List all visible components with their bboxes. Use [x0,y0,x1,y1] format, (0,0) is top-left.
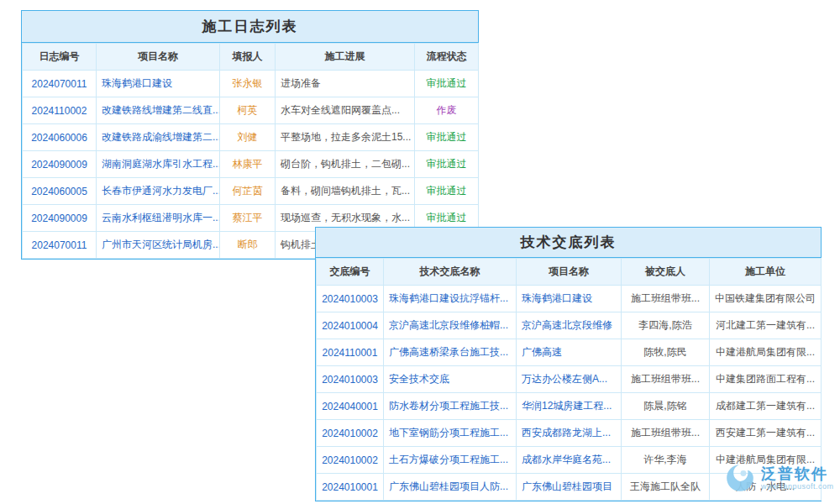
disclosure-name-link[interactable]: 广佛高速桥梁承台施工技... [384,339,517,366]
disclosed-person: 施工班组带班... [622,366,710,393]
disclosure-id-link[interactable]: 2024010002 [317,447,384,474]
status-badge: 作废 [415,97,479,124]
log-table-title: 施工日志列表 [22,11,478,43]
disclosure-id-link[interactable]: 2024010003 [317,366,384,393]
log-id-link[interactable]: 2024070011 [23,71,97,97]
project-name-link[interactable]: 改建铁路线增建第二线直... [97,97,220,124]
log-header-row: 日志编号 项目名称 填报人 施工进展 流程状态 [23,44,479,71]
log-row[interactable]: 2024070011 珠海鹤港口建设 张永银 进场准备 审批通过 [23,71,479,97]
col-project-name: 项目名称 [517,259,622,286]
col-log-id: 日志编号 [23,44,97,71]
disclosed-person: 王海施工队全队 [622,474,710,501]
construction-log-panel: 施工日志列表 日志编号 项目名称 填报人 施工进展 流程状态 202407001… [21,10,479,260]
project-name-link[interactable]: 改建铁路成渝线增建第二... [97,124,220,151]
tech-disclosure-panel: 技术交底列表 交底编号 技术交底名称 项目名称 被交底人 施工单位 202401… [315,227,822,501]
status-badge: 审批通过 [415,124,479,151]
col-construction-unit: 施工单位 [710,259,822,286]
filler-name: 蔡江平 [220,205,276,232]
log-row[interactable]: 2024090009 湖南洞庭湖水库引水工程... 林康平 砌台阶，钩机排土，二… [23,151,479,178]
disclosure-header-row: 交底编号 技术交底名称 项目名称 被交底人 施工单位 [317,259,822,286]
watermark-url: www.fanpusoft.com [761,482,834,491]
disclosure-id-link[interactable]: 2024010001 [317,474,384,501]
fanpu-watermark: 泛普软件 www.fanpusoft.com [724,462,834,494]
col-disclosed-person: 被交底人 [622,259,710,286]
filler-name: 何芷茵 [220,178,276,205]
disclosure-id-link[interactable]: 2024010002 [317,420,384,447]
status-badge: 审批通过 [415,71,479,97]
project-name-link[interactable]: 京沪高速北京段维修 [517,312,622,339]
status-badge: 审批通过 [415,151,479,178]
disclosure-id-link[interactable]: 2024010003 [317,286,384,312]
disclosure-row[interactable]: 2024040001 防水卷材分项工程施工技... 华润12城房建工程... 陈… [317,393,822,420]
disclosed-person: 施工班组带班... [622,286,710,312]
watermark-brand: 泛普软件 [761,465,834,482]
disclosure-name-link[interactable]: 地下室钢筋分项工程施工... [384,420,517,447]
log-id-link[interactable]: 2024060006 [23,124,97,151]
disclosure-table-title: 技术交底列表 [316,228,821,258]
disclosure-id-link[interactable]: 2024040001 [317,393,384,420]
construction-unit: 河北建工第一建筑有... [710,312,822,339]
project-name-link[interactable]: 云南水利枢纽潜明水库一... [97,205,220,232]
disclosure-row[interactable]: 2024010003 安全技术交底 万达办公楼左侧A... 施工班组带班... … [317,366,822,393]
log-row[interactable]: 2024110002 改建铁路线增建第二线直... 柯英 水车对全线遮阳网覆盖点… [23,97,479,124]
disclosure-row[interactable]: 2024010003 珠海鹤港口建设抗浮锚杆... 珠海鹤港口建设 施工班组带班… [317,286,822,312]
disclosure-name-link[interactable]: 珠海鹤港口建设抗浮锚杆... [384,286,517,312]
col-filler: 填报人 [220,44,276,71]
log-id-link[interactable]: 2024090009 [23,205,97,232]
disclosure-id-link[interactable]: 2024010004 [317,312,384,339]
disclosure-id-link[interactable]: 2024110001 [317,339,384,366]
watermark-text: 泛普软件 www.fanpusoft.com [761,465,834,491]
log-row[interactable]: 2024060005 长春市伊通河水力发电厂... 何芷茵 备料，砌间墙钩机排土… [23,178,479,205]
disclosure-name-link[interactable]: 广东佛山碧桂园项目人防... [384,474,517,501]
fanpu-logo-icon [724,462,756,494]
disclosed-person: 陈晨,陈铭 [622,393,710,420]
disclosed-person: 许华,李海 [622,447,710,474]
project-name-link[interactable]: 广佛高速 [517,339,622,366]
disclosure-row[interactable]: 2024010002 地下室钢筋分项工程施工... 西安成都路龙湖上... 施工… [317,420,822,447]
construction-unit: 中建集团路面工程有... [710,366,822,393]
filler-name: 张永银 [220,71,276,97]
filler-name: 刘健 [220,124,276,151]
project-name-link[interactable]: 广东佛山碧桂园项目 [517,474,622,501]
progress-text: 砌台阶，钩机排土，二包砌... [276,151,415,178]
construction-unit: 中国铁建集团有限公司 [710,286,822,312]
project-name-link[interactable]: 湖南洞庭湖水库引水工程... [97,151,220,178]
progress-text: 水车对全线遮阳网覆盖点... [276,97,415,124]
log-id-link[interactable]: 2024070011 [23,232,97,259]
construction-unit: 西安建工第一建筑有... [710,420,822,447]
filler-name: 林康平 [220,151,276,178]
col-disclosure-id: 交底编号 [317,259,384,286]
log-row[interactable]: 2024060006 改建铁路成渝线增建第二... 刘健 平整场地，拉走多余泥土… [23,124,479,151]
project-name-link[interactable]: 珠海鹤港口建设 [97,71,220,97]
progress-text: 备料，砌间墙钩机排土，瓦... [276,178,415,205]
progress-text: 进场准备 [276,71,415,97]
disclosure-name-link[interactable]: 土石方爆破分项工程施工... [384,447,517,474]
col-disclosure-name: 技术交底名称 [384,259,517,286]
col-progress: 施工进展 [276,44,415,71]
filler-name: 柯英 [220,97,276,124]
disclosure-name-link[interactable]: 安全技术交底 [384,366,517,393]
status-badge: 审批通过 [415,178,479,205]
disclosure-name-link[interactable]: 京沪高速北京段维修桩帽... [384,312,517,339]
disclosed-person: 李四海,陈浩 [622,312,710,339]
disclosed-person: 施工班组带班... [622,420,710,447]
construction-unit: 中建港航局集团有限... [710,339,822,366]
project-name-link[interactable]: 珠海鹤港口建设 [517,286,622,312]
project-name-link[interactable]: 华润12城房建工程... [517,393,622,420]
log-id-link[interactable]: 2024060005 [23,178,97,205]
project-name-link[interactable]: 万达办公楼左侧A... [517,366,622,393]
log-id-link[interactable]: 2024110002 [23,97,97,124]
log-id-link[interactable]: 2024090009 [23,151,97,178]
project-name-link[interactable]: 广州市天河区统计局机房... [97,232,220,259]
progress-text: 平整场地，拉走多余泥土15... [276,124,415,151]
disclosure-row[interactable]: 2024110001 广佛高速桥梁承台施工技... 广佛高速 陈牧,陈民 中建港… [317,339,822,366]
disclosure-name-link[interactable]: 防水卷材分项工程施工技... [384,393,517,420]
project-name-link[interactable]: 西安成都路龙湖上... [517,420,622,447]
disclosure-row[interactable]: 2024010004 京沪高速北京段维修桩帽... 京沪高速北京段维修 李四海,… [317,312,822,339]
project-name-link[interactable]: 成都水岸华庭名苑... [517,447,622,474]
disclosed-person: 陈牧,陈民 [622,339,710,366]
construction-unit: 成都建工第一建筑有... [710,393,822,420]
col-project-name: 项目名称 [97,44,220,71]
project-name-link[interactable]: 长春市伊通河水力发电厂... [97,178,220,205]
filler-name: 断郎 [220,232,276,259]
